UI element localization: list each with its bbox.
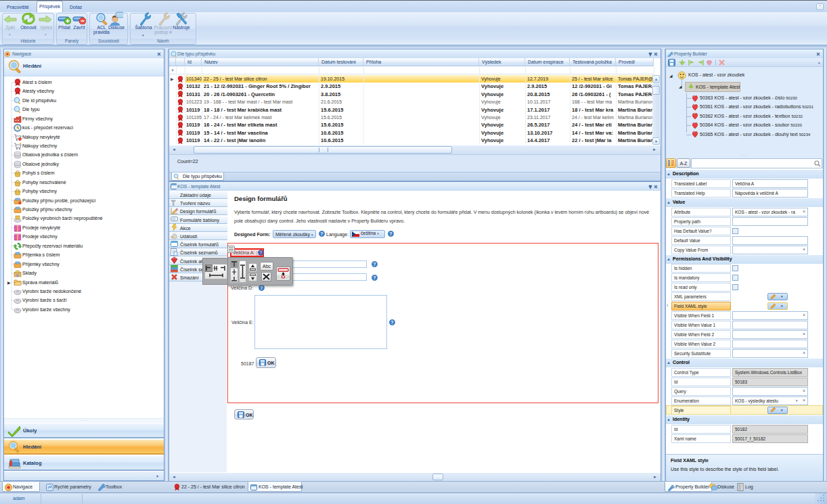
svg-text:?: ?	[260, 285, 263, 290]
svg-text:?: ?	[373, 275, 376, 280]
svg-text:?: ?	[320, 231, 323, 236]
svg-text:?: ?	[260, 250, 263, 255]
svg-text:?: ?	[389, 231, 392, 236]
svg-text:?: ?	[373, 262, 376, 267]
svg-text:T: T	[171, 200, 175, 207]
svg-text:?: ?	[390, 320, 393, 325]
